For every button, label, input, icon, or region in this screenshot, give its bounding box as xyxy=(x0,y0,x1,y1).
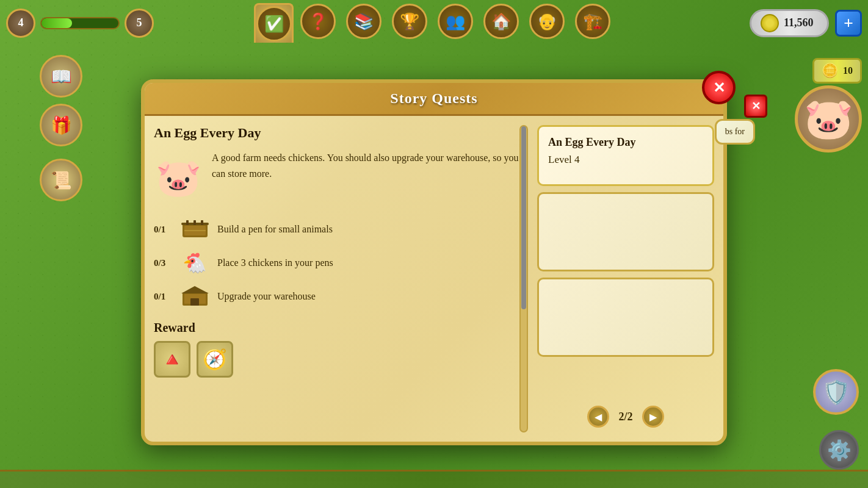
dialog-title: Story Quests xyxy=(390,90,477,107)
story-quests-dialog: Story Quests ✕ An Egg Every Day 🐷 A good… xyxy=(141,79,727,445)
scrollbar-track[interactable] xyxy=(519,125,528,432)
task-progress-3: 0/1 xyxy=(154,292,172,302)
task-chicken-icon: 🐔 xyxy=(179,251,210,275)
page-indicator: 2/2 xyxy=(618,411,632,423)
task-text-3: Upgrade your warehouse xyxy=(217,290,316,303)
quest-list-panel: An Egg Every Day Level 4 ◀ 2/2 ▶ xyxy=(537,125,714,432)
task-progress-2: 0/3 xyxy=(154,258,172,268)
quest-tasks-list: 0/1 xyxy=(154,217,522,309)
dialog-body: An Egg Every Day 🐷 A good farm needs chi… xyxy=(145,116,723,442)
task-row: 0/1 xyxy=(154,217,522,242)
next-page-button[interactable]: ▶ xyxy=(642,406,664,428)
quest-card-active[interactable]: An Egg Every Day Level 4 xyxy=(537,125,714,186)
quest-intro: 🐷 A good farm needs chickens. You should… xyxy=(154,150,522,205)
quest-card-level-1: Level 4 xyxy=(548,154,703,166)
hint-text: bs for xyxy=(725,127,745,136)
scrollbar-thumb[interactable] xyxy=(521,126,526,309)
reward-title: Reward xyxy=(154,321,522,335)
quest-description: A good farm needs chickens. You should a… xyxy=(212,150,522,181)
quest-card-2[interactable] xyxy=(537,192,714,271)
prev-page-button[interactable]: ◀ xyxy=(587,406,609,428)
svg-rect-5 xyxy=(193,220,196,225)
hint-bubble: bs for xyxy=(715,119,755,145)
dialog-header: Story Quests ✕ xyxy=(145,83,723,116)
reward-section: Reward 🔺 🧭 xyxy=(154,321,522,378)
quest-card-3[interactable] xyxy=(537,278,714,357)
close-dialog-button[interactable]: ✕ xyxy=(702,71,736,104)
reward-item-arrow: 🔺 xyxy=(154,341,190,378)
reward-items: 🔺 🧭 xyxy=(154,341,522,378)
quest-mascot: 🐷 xyxy=(154,150,203,205)
quest-content-scroll[interactable]: An Egg Every Day 🐷 A good farm needs chi… xyxy=(154,125,528,432)
svg-marker-9 xyxy=(181,286,209,293)
svg-rect-6 xyxy=(201,220,203,225)
task-text-1: Build a pen for small animals xyxy=(217,223,333,236)
quest-title: An Egg Every Day xyxy=(154,125,522,141)
task-text-2: Place 3 chickens in your pens xyxy=(217,256,333,270)
quest-detail-panel: An Egg Every Day 🐷 A good farm needs chi… xyxy=(154,125,528,432)
reward-item-compass: 🧭 xyxy=(197,341,233,378)
svg-rect-4 xyxy=(186,220,189,225)
quest-card-title-1: An Egg Every Day xyxy=(548,136,703,149)
task-warehouse-icon xyxy=(179,284,210,309)
dialog-overlay: Story Quests ✕ An Egg Every Day 🐷 A good… xyxy=(0,0,868,488)
task-row: 0/3 🐔 Place 3 chickens in your pens xyxy=(154,251,522,275)
task-pen-icon xyxy=(179,217,210,242)
secondary-close-button[interactable]: ✕ xyxy=(744,95,767,118)
task-row: 0/1 Upgrade your warehouse xyxy=(154,284,522,309)
svg-rect-10 xyxy=(190,298,199,306)
pagination: ◀ 2/2 ▶ xyxy=(537,401,714,432)
task-progress-1: 0/1 xyxy=(154,224,172,235)
